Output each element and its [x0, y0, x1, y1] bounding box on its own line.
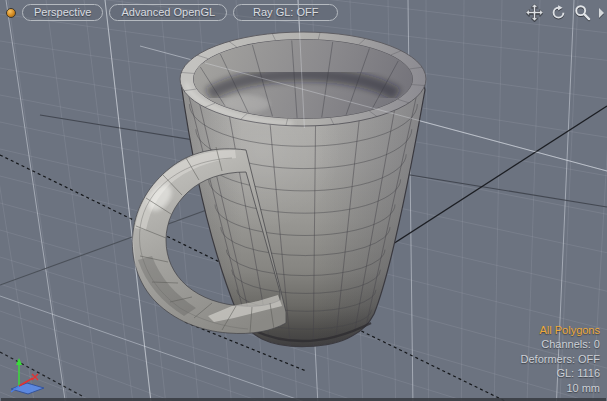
viewport-3d-scene[interactable] — [0, 0, 607, 401]
grid-size-label: 10 mm — [521, 381, 600, 396]
gl-count-label: GL: 1116 — [521, 366, 600, 381]
viewport-header: Perspective Advanced OpenGL Ray GL: OFF — [0, 4, 338, 21]
viewport-options-dot-icon[interactable] — [6, 8, 16, 18]
zoom-icon[interactable] — [574, 4, 591, 21]
workplane-axis-gizmo — [3, 356, 49, 398]
rotate-icon[interactable] — [550, 4, 567, 21]
shading-mode-button[interactable]: Advanced OpenGL — [109, 4, 227, 21]
channels-label: Channels: 0 — [521, 337, 600, 352]
selection-mode-label: All Polygons — [521, 323, 600, 338]
view-type-button[interactable]: Perspective — [22, 4, 103, 21]
viewport-status: All Polygons Channels: 0 Deformers: OFF … — [521, 323, 600, 396]
flyout-arrow-icon[interactable] — [598, 7, 605, 19]
viewport-nav-tools — [526, 4, 605, 21]
deformers-label: Deformers: OFF — [521, 352, 600, 367]
ray-gl-button[interactable]: Ray GL: OFF — [233, 4, 338, 21]
3d-viewport[interactable]: Perspective Advanced OpenGL Ray GL: OFF … — [0, 0, 607, 401]
pan-icon[interactable] — [526, 4, 543, 21]
